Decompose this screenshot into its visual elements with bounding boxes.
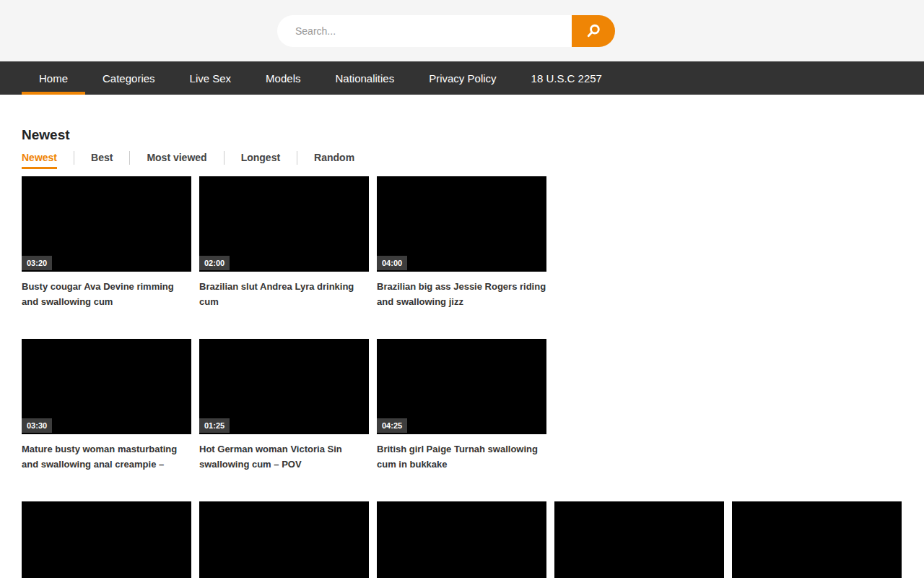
tab-divider — [224, 151, 225, 165]
tab-most-viewed[interactable]: Most viewed — [147, 151, 206, 169]
video-card[interactable] — [377, 501, 546, 578]
duration-badge: 01:25 — [199, 418, 230, 433]
duration-badge: 02:00 — [199, 256, 230, 270]
video-thumbnail[interactable] — [732, 501, 902, 578]
video-title[interactable]: Busty cougar Ava Devine rimming and swal… — [22, 279, 191, 309]
video-title[interactable]: British girl Paige Turnah swallowing cum… — [377, 441, 546, 472]
tab-random[interactable]: Random — [314, 151, 354, 169]
duration-badge: 03:20 — [22, 256, 52, 270]
video-thumbnail[interactable] — [199, 501, 369, 578]
nav-item-privacy-policy[interactable]: Privacy Policy — [411, 61, 513, 95]
video-row — [22, 501, 902, 578]
video-card[interactable]: 03:20Busty cougar Ava Devine rimming and… — [22, 176, 191, 309]
video-card[interactable] — [554, 501, 724, 578]
tab-newest[interactable]: Newest — [22, 151, 57, 169]
video-card[interactable] — [199, 501, 369, 578]
video-card[interactable] — [22, 501, 191, 578]
nav-item-live-sex[interactable]: Live Sex — [173, 61, 249, 95]
duration-badge: 04:00 — [377, 256, 407, 270]
video-thumbnail[interactable]: 03:20 — [22, 176, 191, 272]
video-card[interactable]: 03:30Mature busty woman masturbating and… — [22, 339, 191, 472]
video-title[interactable]: Hot German woman Victoria Sin swallowing… — [199, 441, 369, 472]
top-header — [0, 0, 924, 61]
tab-longest[interactable]: Longest — [241, 151, 280, 169]
nav-item-models[interactable]: Models — [248, 61, 318, 95]
video-row: 03:20Busty cougar Ava Devine rimming and… — [22, 176, 902, 309]
video-card[interactable]: 02:00Brazilian slut Andrea Lyra drinking… — [199, 176, 369, 309]
tab-best[interactable]: Best — [91, 151, 113, 169]
sort-tabs: NewestBestMost viewedLongestRandom — [22, 151, 902, 169]
video-thumbnail[interactable]: 03:30 — [22, 339, 191, 434]
search-input[interactable] — [277, 15, 572, 47]
search-button[interactable] — [572, 15, 615, 47]
video-thumbnail[interactable]: 04:25 — [377, 339, 546, 434]
duration-badge: 03:30 — [22, 418, 52, 433]
search-form — [277, 15, 615, 47]
video-thumbnail[interactable]: 04:00 — [377, 176, 546, 272]
video-title[interactable]: Brazilian big ass Jessie Rogers riding a… — [377, 279, 546, 309]
video-row: 03:30Mature busty woman masturbating and… — [22, 339, 902, 472]
video-title[interactable]: Brazilian slut Andrea Lyra drinking cum — [199, 279, 369, 309]
video-thumbnail[interactable] — [554, 501, 724, 578]
tab-divider — [74, 151, 74, 165]
nav-item-18-u-s-c-2257[interactable]: 18 U.S.C 2257 — [514, 61, 619, 95]
video-card[interactable] — [732, 501, 902, 578]
search-icon — [585, 22, 602, 39]
tab-divider — [129, 151, 130, 165]
nav-item-categories[interactable]: Categories — [85, 61, 173, 95]
video-card[interactable]: 04:25British girl Paige Turnah swallowin… — [377, 339, 546, 472]
video-card[interactable]: 04:00Brazilian big ass Jessie Rogers rid… — [377, 176, 546, 309]
duration-badge: 04:25 — [377, 418, 407, 433]
video-thumbnail[interactable] — [22, 501, 191, 578]
video-thumbnail[interactable]: 02:00 — [199, 176, 369, 272]
video-thumbnail[interactable] — [377, 501, 546, 578]
video-thumbnail[interactable]: 01:25 — [199, 339, 369, 434]
video-card[interactable]: 01:25Hot German woman Victoria Sin swall… — [199, 339, 369, 472]
video-grid: 03:20Busty cougar Ava Devine rimming and… — [22, 176, 902, 578]
main-content: Newest NewestBestMost viewedLongestRando… — [0, 126, 924, 578]
nav-item-home[interactable]: Home — [22, 61, 85, 95]
tab-divider — [297, 151, 297, 165]
nav-item-nationalities[interactable]: Nationalities — [318, 61, 411, 95]
video-title[interactable]: Mature busty woman masturbating and swal… — [22, 441, 191, 472]
page-title: Newest — [22, 126, 902, 143]
main-nav: HomeCategoriesLive SexModelsNationalitie… — [0, 61, 924, 95]
